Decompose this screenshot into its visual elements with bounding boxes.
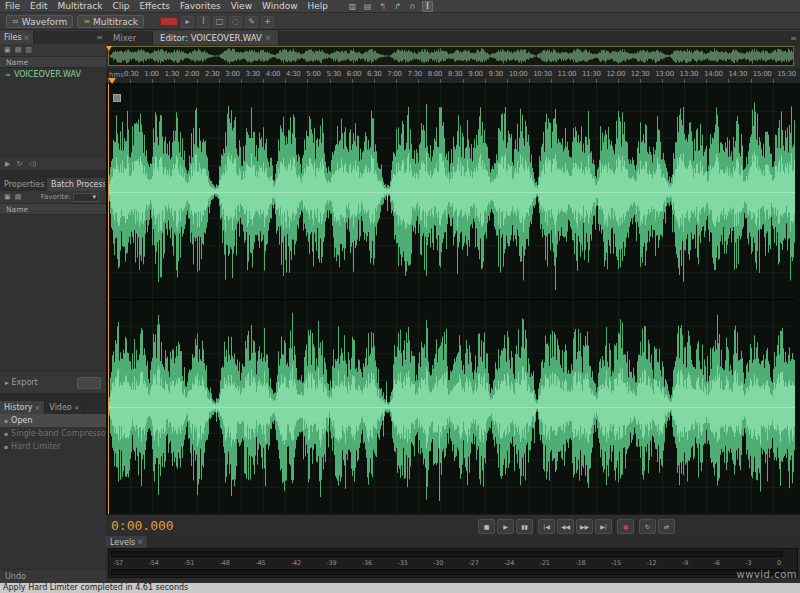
panel-menu-icon[interactable]: ≡ xyxy=(93,33,106,42)
editor-hud-icon[interactable] xyxy=(113,94,121,102)
play-icon[interactable]: ▶ xyxy=(5,160,10,168)
transport-separator[interactable] xyxy=(636,520,637,533)
waveform-canvas[interactable] xyxy=(108,84,795,514)
tab-history[interactable]: History × xyxy=(0,401,45,414)
transport-buttons: ■▶▮▮|◀◀◀▶▶▶|●↻⇄ xyxy=(478,518,675,534)
waveform-view-button[interactable]: ≈ Waveform xyxy=(6,15,73,28)
favorite-select[interactable]: ▾ xyxy=(73,193,99,202)
history-item-hard-limiter[interactable]: ▪ Hard Limiter xyxy=(0,440,106,453)
export-label: Export xyxy=(12,378,38,387)
panel-menu-icon[interactable]: ≡ xyxy=(787,34,800,43)
ruler-label: 7:00 xyxy=(387,70,402,78)
preset-icon[interactable]: ▤ xyxy=(15,193,22,201)
rewind-button[interactable]: ◀◀ xyxy=(557,519,574,534)
level-tick-label: -3 xyxy=(745,559,751,567)
play-button[interactable]: ▶ xyxy=(497,519,514,534)
tab-mixer[interactable]: Mixer × xyxy=(106,31,153,45)
overview-canvas[interactable] xyxy=(109,47,793,65)
marquee-selection-tool-icon[interactable]: □ xyxy=(213,16,226,28)
tab-levels[interactable]: Levels × xyxy=(106,536,148,548)
menu-item[interactable]: Effects xyxy=(134,1,175,11)
menu-icon-cluster: ▥▤↰↱∩I xyxy=(347,1,433,12)
batch-file-list xyxy=(0,215,106,371)
ruler-label: 3:30 xyxy=(246,70,261,78)
file-item-voiceover[interactable]: ≈ VOICEOVER.WAV xyxy=(0,68,106,81)
undo-icon[interactable]: ↰ xyxy=(377,1,388,12)
menu-item[interactable]: Window xyxy=(257,1,303,11)
skip-to-end-button[interactable]: ▶| xyxy=(595,519,612,534)
ibeam-tool-icon[interactable]: I xyxy=(422,1,433,12)
tab-editor[interactable]: Editor: VOICEOVER.WAV × xyxy=(153,31,279,45)
lasso-selection-tool-icon[interactable]: ◌ xyxy=(229,16,242,28)
close-icon[interactable]: × xyxy=(265,34,271,42)
transport-separator[interactable] xyxy=(614,520,615,533)
import-file-icon[interactable]: ▤ xyxy=(15,46,22,54)
history-item-open[interactable]: ▪ Open xyxy=(0,414,106,427)
save-icon[interactable]: ▤ xyxy=(362,1,373,12)
tab-batch-process[interactable]: Batch Process × xyxy=(47,178,106,191)
transport-separator[interactable] xyxy=(535,520,536,533)
paintbrush-tool-icon[interactable]: ✎ xyxy=(245,16,258,28)
record-indicator-icon[interactable]: ▬ xyxy=(160,17,178,26)
status-message: Apply Hard Limiter completed in 4.61 sec… xyxy=(3,583,188,592)
menu-item[interactable]: Edit xyxy=(25,1,52,11)
transport-bar: 0:00.000 ■▶▮▮|◀◀◀▶▶▶|●↻⇄ xyxy=(106,514,800,536)
level-meter: -57-54-51-48-45-42-39-36-33-30-27-24-21-… xyxy=(108,548,798,578)
menu-item[interactable]: File xyxy=(0,1,25,11)
tab-properties[interactable]: Properties × xyxy=(0,178,47,191)
new-file-icon[interactable]: ▣ xyxy=(4,46,11,54)
close-icon[interactable]: × xyxy=(74,404,80,412)
media-browser-icon[interactable]: ▥ xyxy=(25,46,32,54)
menu-item[interactable]: Help xyxy=(303,1,334,11)
time-selection-tool-icon[interactable]: I xyxy=(197,16,210,28)
menu-item[interactable]: View xyxy=(226,1,257,11)
level-tick-label: -6 xyxy=(714,559,720,567)
close-icon[interactable]: × xyxy=(24,34,30,42)
move-tool-icon[interactable]: ▸ xyxy=(181,16,194,28)
close-icon[interactable]: × xyxy=(34,404,40,412)
editor-group: Mixer × Editor: VOICEOVER.WAV × ≡ hms 0:… xyxy=(106,31,800,583)
menu-item[interactable]: Multitrack xyxy=(53,1,108,11)
fast-forward-button[interactable]: ▶▶ xyxy=(576,519,593,534)
level-tick-label: -36 xyxy=(362,559,372,567)
ruler-label: 6:30 xyxy=(367,70,382,78)
level-tick-label: -48 xyxy=(220,559,230,567)
menu-item[interactable]: Favorites xyxy=(175,1,226,11)
redo-icon[interactable]: ↱ xyxy=(392,1,403,12)
ruler-label: 2:30 xyxy=(205,70,220,78)
spot-healing-tool-icon[interactable]: + xyxy=(261,16,274,28)
panel-divider xyxy=(0,393,106,401)
skip-selection-button[interactable]: ⇄ xyxy=(658,519,675,534)
ruler-label: 9:30 xyxy=(489,70,504,78)
history-item-compressor[interactable]: ▪ Single-band Compressor xyxy=(0,427,106,440)
playhead-line[interactable] xyxy=(108,84,109,514)
level-tick-label: -21 xyxy=(540,559,550,567)
open-file-icon[interactable]: ▥ xyxy=(347,1,358,12)
undo-button[interactable]: Undo xyxy=(5,572,26,581)
loop-icon[interactable]: ↻ xyxy=(16,160,22,168)
stop-button[interactable]: ■ xyxy=(478,519,495,534)
skip-to-start-button[interactable]: |◀ xyxy=(538,519,555,534)
effect-icon[interactable]: ▣ xyxy=(4,193,11,201)
volume-icon[interactable]: ◁) xyxy=(28,160,36,168)
close-icon[interactable]: × xyxy=(137,538,143,546)
waveform-overview[interactable] xyxy=(108,46,794,66)
record-button[interactable]: ● xyxy=(617,519,634,534)
snapping-icon[interactable]: ∩ xyxy=(407,1,418,12)
pause-button[interactable]: ▮▮ xyxy=(516,519,533,534)
tab-files[interactable]: Files × xyxy=(0,31,34,44)
overview-playhead-icon[interactable] xyxy=(106,46,112,51)
timeline-ruler[interactable]: hms 0:301:001:302:002:303:003:304:004:30… xyxy=(106,68,800,84)
waveform-display[interactable] xyxy=(106,84,800,514)
menu-item[interactable]: Clip xyxy=(107,1,134,11)
export-expand-icon[interactable]: ▸ xyxy=(5,379,9,387)
export-run-button[interactable] xyxy=(77,377,101,389)
ruler-label: 3:00 xyxy=(225,70,240,78)
loop-playback-button[interactable]: ↻ xyxy=(639,519,656,534)
watermark: wwvid.com xyxy=(737,569,797,580)
ruler-label: 15:30 xyxy=(777,70,796,78)
tab-video[interactable]: Video × xyxy=(45,401,84,414)
multitrack-view-button[interactable]: ≡ Multitrack xyxy=(77,15,144,28)
level-tick-label: -27 xyxy=(469,559,479,567)
files-panel: Files × ≡ ▣▤▥ Name ≈ VOICEOVER.WAV xyxy=(0,31,106,170)
